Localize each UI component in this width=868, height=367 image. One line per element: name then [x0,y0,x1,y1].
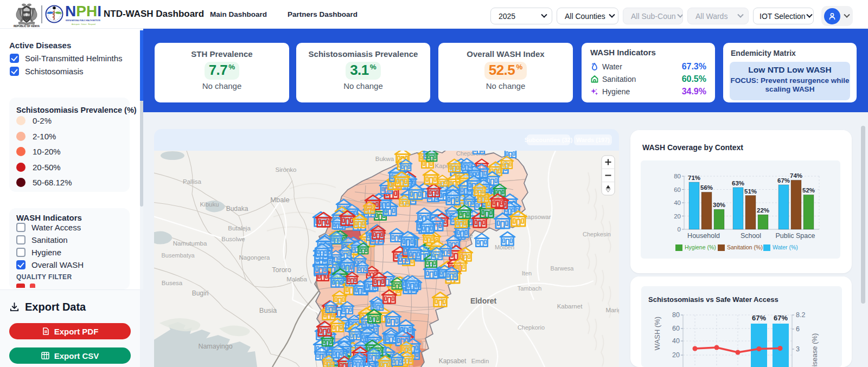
svg-text:Kapsabet: Kapsabet [439,357,467,365]
svg-text:52%: 52% [802,187,815,194]
svg-text:Sanitation (%): Sanitation (%) [727,244,763,250]
svg-text:60: 60 [672,325,680,332]
svg-text:Malaba: Malaba [286,276,307,282]
svg-text:Eldoret: Eldoret [470,297,497,305]
svg-text:Busesa: Busesa [162,280,183,286]
svg-text:Chepkorio: Chepkorio [518,324,545,331]
svg-text:63%: 63% [732,180,744,186]
svg-text:74%: 74% [790,172,802,179]
svg-text:WASH (%): WASH (%) [653,317,661,350]
svg-text:Bukwa: Bukwa [375,156,394,162]
svg-text:Tororo: Tororo [272,266,291,274]
svg-text:60: 60 [674,186,681,193]
svg-text:80: 80 [672,311,680,319]
svg-text:Nagongera: Nagongera [239,254,271,261]
svg-text:Hygiene (%): Hygiene (%) [685,244,716,250]
svg-text:NPHI: NPHI [65,3,101,20]
svg-text:8.2: 8.2 [796,311,805,319]
svg-text:80: 80 [674,173,681,179]
svg-text:51%: 51% [744,188,757,195]
svg-text:67%: 67% [777,177,790,184]
svg-text:Chepkesin: Chepkesin [583,231,611,237]
svg-text:Budaka: Budaka [226,205,248,213]
svg-text:Bugiri: Bugiri [192,289,209,297]
svg-text:Iten: Iten [522,270,532,276]
svg-text:KENYA NATIONAL PUBLIC HEALTH I: KENYA NATIONAL PUBLIC HEALTH INSTITUTE [66,19,100,22]
svg-text:Busolwe: Busolwe [221,236,245,242]
svg-text:Household: Household [687,232,720,240]
svg-text:Butaleja: Butaleja [228,225,251,231]
svg-text:20: 20 [672,351,680,359]
svg-text:0: 0 [678,226,681,233]
svg-text:Marig: Marig [606,307,619,313]
svg-text:56%: 56% [700,184,713,191]
svg-text:Busia: Busia [259,306,277,314]
svg-text:Kabarnet: Kabarnet [557,303,583,310]
svg-text:3: 3 [796,345,800,353]
svg-text:REPUBLIC OF KENYA: REPUBLIC OF KENYA [14,25,40,28]
svg-text:Namutumba: Namutumba [173,240,207,247]
svg-text:Tambach: Tambach [518,285,542,292]
svg-text:Kibuku: Kibuku [200,201,219,208]
svg-text:Pallisa: Pallisa [183,178,201,185]
svg-text:Sironko: Sironko [276,166,297,173]
svg-text:School: School [741,232,761,240]
svg-text:67%: 67% [774,314,788,322]
svg-text:Barwesa: Barwesa [551,265,575,272]
svg-text:40: 40 [674,199,681,206]
svg-text:67%: 67% [752,314,766,322]
svg-text:Disease (%): Disease (%) [810,333,819,367]
svg-text:Water (%): Water (%) [773,244,798,250]
svg-text:Namayingo: Namayingo [198,343,232,350]
svg-text:Anticipate · Detect · Respond: Anticipate · Detect · Respond [72,23,96,25]
svg-text:Emdin: Emdin [471,358,489,364]
svg-text:6: 6 [796,325,800,333]
svg-text:40: 40 [672,337,680,345]
svg-text:Mbale: Mbale [270,196,289,204]
svg-text:20: 20 [674,213,681,220]
svg-text:30%: 30% [713,202,725,208]
svg-text:Public Space: Public Space [776,232,815,240]
svg-text:Busembatya: Busembatya [161,252,195,259]
svg-text:71%: 71% [688,175,700,181]
svg-text:22%: 22% [757,207,769,214]
